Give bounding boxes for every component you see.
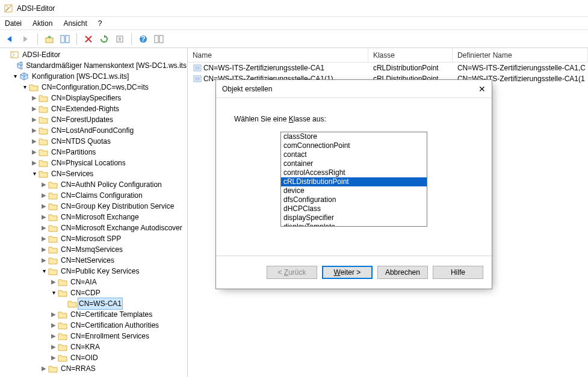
- tree-node-root[interactable]: ADSI-Editor: [0, 49, 187, 60]
- chevron-right-icon[interactable]: ▶: [49, 320, 58, 331]
- up-button[interactable]: [43, 32, 56, 46]
- class-option[interactable]: contact: [281, 150, 427, 159]
- class-option[interactable]: displaySpecifier: [281, 213, 427, 222]
- tree-node-s_claims[interactable]: ▶CN=Claims Configuration: [0, 190, 187, 201]
- class-option[interactable]: classStore: [281, 132, 427, 141]
- tree-node-ctx1[interactable]: Standardmäßiger Namenskontext [WS-DC1.ws…: [0, 60, 187, 71]
- chevron-right-icon[interactable]: ▶: [49, 352, 58, 363]
- delete-button[interactable]: [82, 32, 95, 46]
- show-hide-tree-button[interactable]: [58, 32, 72, 46]
- tree-node-s_gkds[interactable]: ▶CN=Group Key Distribution Service: [0, 201, 187, 212]
- tree-node-c_lost[interactable]: ▶CN=LostAndFoundConfig: [0, 125, 187, 136]
- class-option[interactable]: displayTemplate: [281, 222, 427, 227]
- chevron-down-icon[interactable]: ▾: [20, 82, 29, 93]
- tree-node-p_wsca1[interactable]: CN=WS-CA1: [0, 298, 187, 309]
- class-option[interactable]: device: [281, 186, 427, 195]
- tree-node-s_net[interactable]: ▶CN=NetServices: [0, 255, 187, 266]
- class-option[interactable]: dfsConfiguration: [281, 195, 427, 204]
- chevron-right-icon[interactable]: ▶: [40, 233, 48, 244]
- tree-node-p_enroll[interactable]: ▶CN=Enrollment Services: [0, 331, 187, 342]
- tree-node-p_certauth[interactable]: ▶CN=Certification Authorities: [0, 320, 187, 331]
- tree-label: Konfiguration [WS-DC1.ws.its]: [31, 71, 129, 82]
- class-option[interactable]: controlAccessRight: [281, 168, 427, 177]
- tree-label: CN=OID: [70, 352, 99, 363]
- menu-action[interactable]: Aktion: [32, 19, 52, 28]
- close-icon[interactable]: ✕: [478, 84, 486, 94]
- chevron-right-icon[interactable]: ▶: [30, 103, 39, 114]
- col-class[interactable]: Klasse: [368, 48, 453, 62]
- window-title: ADSI-Editor: [17, 4, 55, 13]
- tree-node-s_pks[interactable]: ▾CN=Public Key Services: [0, 266, 187, 277]
- chevron-right-icon[interactable]: ▶: [49, 342, 58, 352]
- svg-text:?: ?: [141, 35, 145, 43]
- chevron-right-icon[interactable]: ▶: [30, 147, 39, 158]
- nav-forward-button[interactable]: [19, 32, 32, 46]
- tree-node-c_part[interactable]: ▶CN=Partitions: [0, 147, 187, 158]
- tree-node-p_certtpl[interactable]: ▶CN=Certificate Templates: [0, 309, 187, 320]
- tree-node-c_phys[interactable]: ▶CN=Physical Locations: [0, 158, 187, 168]
- chevron-right-icon[interactable]: ▶: [40, 212, 48, 222]
- class-option[interactable]: dHCPClass: [281, 204, 427, 213]
- tree-node-c_ext[interactable]: ▶CN=Extended-Rights: [0, 103, 187, 114]
- tree-node-c_svc[interactable]: ▾CN=Services: [0, 168, 187, 179]
- tree-node-s_mexad[interactable]: ▶CN=Microsoft Exchange Autodiscover: [0, 222, 187, 233]
- tree-label: CN=NetServices: [60, 255, 115, 266]
- tree-node-s_mex[interactable]: ▶CN=Microsoft Exchange: [0, 212, 187, 222]
- menu-help[interactable]: ?: [98, 19, 102, 28]
- chevron-right-icon[interactable]: ▶: [40, 190, 48, 201]
- properties-button[interactable]: [152, 32, 166, 46]
- chevron-right-icon[interactable]: ▶: [30, 158, 39, 168]
- chevron-down-icon[interactable]: ▾: [11, 71, 19, 82]
- chevron-down-icon[interactable]: ▾: [40, 266, 48, 277]
- tree-node-s_rras[interactable]: ▶CN=RRAS: [0, 363, 187, 374]
- chevron-right-icon[interactable]: ▶: [49, 309, 58, 320]
- col-dn[interactable]: Definierter Name: [453, 48, 588, 62]
- chevron-right-icon[interactable]: ▶: [40, 179, 48, 190]
- help-button[interactable]: Hilfe: [433, 266, 483, 279]
- chevron-right-icon[interactable]: ▶: [40, 255, 48, 266]
- chevron-down-icon[interactable]: ▾: [30, 168, 39, 179]
- menu-view[interactable]: Ansicht: [63, 19, 87, 28]
- col-name[interactable]: Name: [188, 48, 368, 62]
- tree-label: CN=MsmqServices: [60, 244, 123, 255]
- chevron-right-icon[interactable]: ▶: [30, 93, 39, 103]
- chevron-right-icon[interactable]: ▶: [40, 363, 48, 374]
- chevron-right-icon[interactable]: ▶: [40, 244, 48, 255]
- list-row[interactable]: CN=WS-ITS-Zertifizierungsstelle-CA1cRLDi…: [188, 63, 588, 73]
- tree-node-p_aia[interactable]: ▶CN=AIA: [0, 277, 187, 287]
- class-listbox[interactable]: classStorecomConnectionPointcontactconta…: [280, 132, 427, 227]
- chevron-right-icon[interactable]: ▶: [30, 114, 39, 125]
- cancel-button[interactable]: Abbrechen: [377, 266, 428, 279]
- chevron-right-icon[interactable]: ▶: [49, 331, 58, 342]
- nav-back-button[interactable]: [4, 32, 17, 46]
- tree-node-s_spp[interactable]: ▶CN=Microsoft SPP: [0, 233, 187, 244]
- tree-node-cfg[interactable]: ▾CN=Configuration,DC=ws,DC=its: [0, 82, 187, 93]
- tree-node-p_kra[interactable]: ▶CN=KRA: [0, 342, 187, 352]
- tree-node-ctx2[interactable]: ▾Konfiguration [WS-DC1.ws.its]: [0, 71, 187, 82]
- chevron-right-icon[interactable]: ▶: [30, 136, 39, 147]
- chevron-right-icon[interactable]: ▶: [40, 222, 48, 233]
- tree-pane[interactable]: ADSI-EditorStandardmäßiger Namenskontext…: [0, 48, 188, 377]
- tree-node-p_oid[interactable]: ▶CN=OID: [0, 352, 187, 363]
- chevron-right-icon[interactable]: ▶: [30, 125, 39, 136]
- class-option[interactable]: cRLDistributionPoint: [281, 177, 427, 186]
- chevron-right-icon[interactable]: ▶: [49, 277, 58, 287]
- tree-node-c_ntds[interactable]: ▶CN=NTDS Quotas: [0, 136, 187, 147]
- tree-node-c_display[interactable]: ▶CN=DisplaySpecifiers: [0, 93, 187, 103]
- menu-file[interactable]: Datei: [5, 19, 22, 28]
- list-header: Name Klasse Definierter Name: [188, 48, 588, 63]
- help-button[interactable]: ?: [137, 32, 150, 46]
- next-button[interactable]: Weiter >: [322, 266, 373, 279]
- class-option[interactable]: container: [281, 159, 427, 168]
- class-option[interactable]: comConnectionPoint: [281, 141, 427, 150]
- chevron-down-icon[interactable]: ▾: [49, 287, 58, 298]
- chevron-right-icon[interactable]: ▶: [40, 201, 48, 212]
- tree-node-s_authn[interactable]: ▶CN=AuthN Policy Configuration: [0, 179, 187, 190]
- tree-label: Standardmäßiger Namenskontext [WS-DC1.ws…: [25, 60, 187, 71]
- tree-node-p_cdp[interactable]: ▾CN=CDP: [0, 287, 187, 298]
- tree-node-s_msmq[interactable]: ▶CN=MsmqServices: [0, 244, 187, 255]
- refresh-button[interactable]: [97, 32, 111, 46]
- tree-label: CN=Public Key Services: [60, 266, 140, 277]
- tree-node-c_forest[interactable]: ▶CN=ForestUpdates: [0, 114, 187, 125]
- export-button[interactable]: [113, 32, 126, 46]
